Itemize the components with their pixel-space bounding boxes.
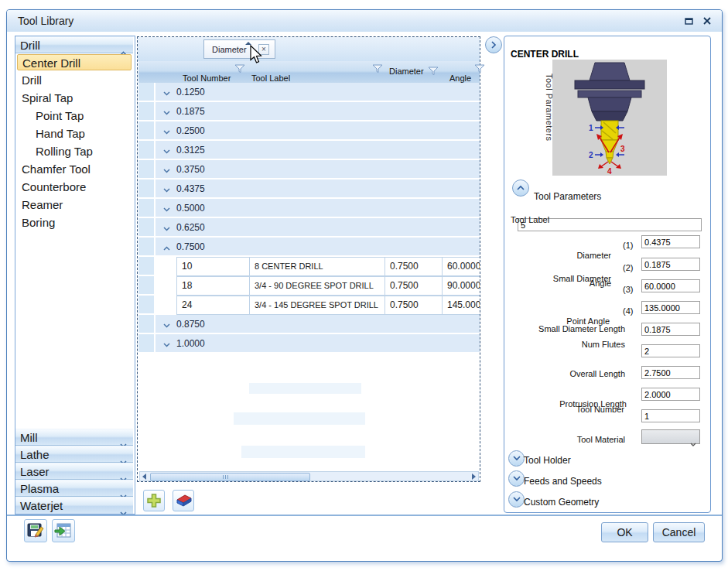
sidebar-item-chamfer-tool[interactable]: Chamfer Tool: [22, 161, 91, 177]
sidebar-group-laser[interactable]: Laser: [15, 463, 133, 480]
sidebar-item-spiral-tap[interactable]: Spiral Tap: [22, 90, 73, 106]
sidebar-item-reamer[interactable]: Reamer: [22, 197, 63, 213]
column-header-diameter[interactable]: Diameter: [389, 67, 424, 76]
cell-angle[interactable]: 145.0000: [442, 296, 480, 315]
cell-diameter[interactable]: 0.7500: [385, 276, 443, 296]
column-header-tool-label[interactable]: Tool Label: [251, 74, 290, 83]
chevron-down-icon[interactable]: [163, 143, 170, 157]
sidebar-item-point-tap[interactable]: Point Tap: [36, 108, 84, 124]
export-library-button[interactable]: [52, 519, 75, 542]
num-flutes-input[interactable]: [641, 344, 700, 357]
group-by-chip-diameter[interactable]: Diameter ×: [203, 39, 275, 59]
maximize-button[interactable]: [682, 15, 696, 27]
chevron-up-icon[interactable]: [163, 240, 170, 254]
group-value: 0.3750: [176, 164, 205, 175]
marker-4: 4: [607, 167, 612, 176]
cell-tool-label[interactable]: 3/4 - 145 DEGREE SPOT DRILL: [249, 296, 385, 315]
small-diameter-length-input[interactable]: [641, 323, 700, 336]
cell-tool-number[interactable]: 10: [176, 257, 250, 276]
tool-holder-expand-button[interactable]: [508, 450, 525, 467]
feeds-and-speeds-expand-button[interactable]: [508, 470, 525, 487]
tool-material-dropdown[interactable]: [641, 429, 700, 444]
table-row[interactable]: 18 3/4 - 90 DEGREE SPOT DRILL 0.7500 90.…: [138, 276, 480, 296]
cell-tool-number[interactable]: 18: [176, 276, 250, 296]
group-row[interactable]: 0.3750: [138, 160, 480, 180]
scrollbar-thumb[interactable]: [150, 473, 310, 481]
section-tool-holder[interactable]: Tool Holder: [524, 455, 571, 466]
scroll-right-icon[interactable]: [472, 474, 476, 480]
ghost-artifact: [241, 446, 365, 458]
angle-input[interactable]: [641, 279, 700, 292]
group-row[interactable]: 0.1875: [138, 102, 480, 121]
group-row[interactable]: 0.3125: [138, 141, 480, 160]
ok-button[interactable]: OK: [601, 522, 648, 542]
group-row[interactable]: 0.1250: [138, 83, 480, 102]
overall-length-input[interactable]: [641, 366, 700, 379]
chevron-down-icon[interactable]: [163, 124, 170, 138]
section-custom-geometry[interactable]: Custom Geometry: [524, 497, 599, 508]
column-header-angle[interactable]: Angle: [449, 74, 471, 83]
chevron-down-icon[interactable]: [163, 221, 170, 234]
filter-icon[interactable]: [372, 64, 383, 74]
sidebar-group-mill[interactable]: Mill: [15, 429, 133, 446]
group-row[interactable]: 0.4375: [138, 180, 480, 199]
custom-geometry-expand-button[interactable]: [508, 491, 525, 508]
section-feeds-and-speeds[interactable]: Feeds and Speeds: [524, 476, 602, 487]
sidebar-group-lathe[interactable]: Lathe: [15, 446, 133, 463]
chevron-down-icon[interactable]: [163, 317, 170, 331]
diameter-input[interactable]: [641, 235, 700, 248]
chevron-down-icon[interactable]: [163, 201, 170, 215]
table-row[interactable]: 10 8 CENTER DRILL 0.7500 60.0000: [138, 257, 480, 276]
sidebar-group-plasma[interactable]: Plasma: [15, 480, 133, 497]
cancel-button[interactable]: Cancel: [653, 522, 705, 542]
grid-header-row: Tool Number Tool Label Diameter Angle: [138, 61, 480, 84]
small-diameter-input[interactable]: [641, 258, 700, 271]
cell-angle[interactable]: 60.0000: [442, 257, 480, 276]
scroll-left-icon[interactable]: [142, 474, 146, 480]
group-row[interactable]: 1.0000: [138, 334, 480, 354]
chevron-down-icon[interactable]: [163, 162, 170, 176]
delete-tool-button[interactable]: [173, 490, 194, 511]
save-library-button[interactable]: [24, 519, 47, 542]
filter-icon[interactable]: [474, 64, 485, 74]
group-row-expanded[interactable]: 0.7500: [138, 238, 480, 257]
filter-icon[interactable]: [428, 67, 439, 76]
chevron-down-icon[interactable]: [163, 85, 170, 99]
point-angle-input[interactable]: [641, 301, 700, 314]
cell-diameter[interactable]: 0.7500: [385, 257, 443, 276]
cell-tool-number[interactable]: 24: [176, 296, 250, 315]
add-tool-button[interactable]: [143, 490, 165, 511]
group-row[interactable]: 0.2500: [138, 121, 480, 141]
sidebar-item-rolling-tap[interactable]: Rolling Tap: [36, 143, 93, 159]
row-indicator: [138, 238, 156, 255]
cell-diameter[interactable]: 0.7500: [385, 296, 443, 315]
group-row[interactable]: 0.8750: [138, 315, 480, 334]
sidebar-item-drill[interactable]: Drill: [22, 72, 42, 88]
chevron-down-icon[interactable]: [163, 337, 170, 350]
collapse-panel-button[interactable]: [485, 36, 502, 53]
cell-angle[interactable]: 90.0000: [442, 276, 480, 296]
column-header-tool-number[interactable]: Tool Number: [183, 74, 231, 83]
title-bar[interactable]: Tool Library: [7, 10, 722, 32]
sidebar-item-hand-tap[interactable]: Hand Tap: [36, 125, 85, 142]
filter-icon[interactable]: [234, 64, 245, 74]
sidebar-group-drill[interactable]: Drill: [15, 36, 133, 53]
chevron-down-icon[interactable]: [163, 182, 170, 196]
sidebar-group-waterjet[interactable]: Waterjet: [15, 497, 133, 514]
close-button[interactable]: [700, 15, 714, 27]
tool-number-input[interactable]: [641, 409, 700, 422]
tool-parameters-collapse-button[interactable]: [512, 180, 529, 197]
table-row[interactable]: 24 3/4 - 145 DEGREE SPOT DRILL 0.7500 14…: [138, 296, 480, 315]
sidebar-item-boring[interactable]: Boring: [22, 214, 55, 231]
chevron-down-icon: [690, 436, 696, 450]
chevron-down-icon[interactable]: [163, 104, 170, 118]
group-by-bar[interactable]: Diameter ×: [138, 37, 480, 61]
protrusion-length-input[interactable]: [641, 388, 700, 401]
sidebar-item-center-drill[interactable]: Center Drill: [17, 54, 132, 70]
cell-tool-label[interactable]: 8 CENTER DRILL: [249, 257, 385, 276]
group-row[interactable]: 0.6250: [138, 218, 480, 238]
group-row[interactable]: 0.5000: [138, 199, 480, 218]
cell-tool-label[interactable]: 3/4 - 90 DEGREE SPOT DRILL: [249, 276, 385, 296]
sidebar-item-counterbore[interactable]: Counterbore: [22, 179, 86, 195]
horizontal-scrollbar[interactable]: [139, 471, 479, 481]
